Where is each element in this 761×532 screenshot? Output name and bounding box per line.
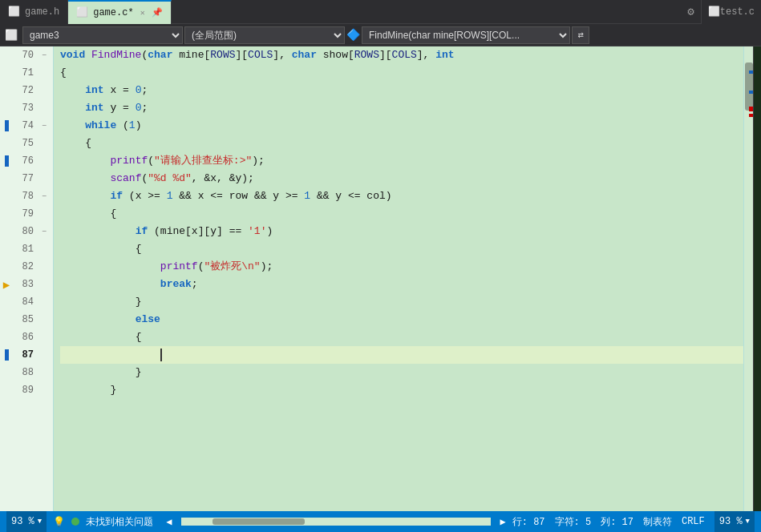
indent-85: [60, 311, 136, 328]
param-cols2: COLS: [392, 46, 417, 64]
indent-83: [60, 276, 160, 293]
var-col: col: [366, 187, 385, 205]
zoom-right[interactable]: 93 % ▼: [714, 511, 755, 532]
tab-bar: ⬜ game.h ⬜ game.c* ✕ 📌 ⚙ ⬜ test.c: [0, 0, 761, 24]
tab-info: 制表符: [643, 515, 672, 529]
str-82: "被炸死\n": [204, 258, 260, 276]
tab-game-h[interactable]: ⬜ game.h: [0, 0, 68, 24]
collapse-75: [38, 138, 50, 149]
editor-container: 70 − 71 72 73 74 − 75: [0, 46, 761, 511]
paren-77: (: [141, 170, 148, 187]
scope-select[interactable]: (全局范围): [184, 26, 345, 44]
code-line-73: int y = 0;: [60, 99, 743, 117]
code-line-83: break;: [60, 276, 743, 293]
kw-int-72: int: [85, 82, 110, 99]
comma-77: , &x, &y);: [192, 170, 254, 187]
brace-88: }: [136, 364, 142, 381]
file-icon-testc: ⬜: [708, 6, 720, 18]
code-line-89: }: [60, 381, 743, 399]
breakpoint-area-87[interactable]: [0, 349, 13, 361]
paren-82a: (: [198, 258, 204, 276]
collapse-87: [38, 349, 50, 361]
gutter-row-78: 78 −: [0, 187, 53, 205]
project-select[interactable]: game3: [22, 26, 183, 44]
paren-74b: ): [136, 117, 142, 135]
plain-70e: show[: [323, 46, 354, 64]
settings-button[interactable]: ⚙: [681, 5, 700, 18]
paren-78e: ): [386, 187, 392, 205]
fn-findmine: FindMine: [91, 46, 141, 64]
encoding-info: CRLF: [682, 516, 705, 527]
toolbar: ⬜ game3 (全局范围) 🔷 FindMine(char mine[ROWS…: [0, 24, 761, 46]
kw-if-78: if: [110, 187, 128, 205]
collapse-74[interactable]: −: [38, 120, 50, 131]
scroll-right-btn[interactable]: ▶: [500, 516, 506, 528]
line-num-78: 78: [13, 191, 38, 202]
line-num-86: 86: [13, 332, 38, 343]
gutter-row-76: 76: [0, 152, 53, 170]
paren-76: (: [148, 152, 154, 170]
collapse-83: [38, 279, 50, 290]
indent-80: [60, 223, 136, 240]
gutter-row-85: 85: [0, 311, 53, 328]
kw-int-73: int: [85, 99, 110, 117]
code-line-75: {: [60, 135, 743, 152]
gutter-row-75: 75: [0, 135, 53, 152]
gutter-row-82: 82: [0, 258, 53, 276]
code-line-84: }: [60, 293, 743, 311]
indent-72: [60, 82, 85, 99]
tab-label-gameh: game.h: [25, 6, 59, 18]
breakpoint-area-74[interactable]: [0, 120, 13, 131]
scrollbar-mark-3: [749, 107, 753, 111]
function-select[interactable]: FindMine(char mine[ROWS][COL...: [362, 26, 570, 44]
project-icon: ⬜: [2, 29, 21, 42]
scrollbar-mark-2: [749, 91, 753, 94]
horizontal-scrollbar-track[interactable]: [181, 518, 490, 526]
file-icon-gameh: ⬜: [8, 6, 20, 18]
gutter-row-72: 72: [0, 82, 53, 99]
indent-81: [60, 240, 136, 258]
breakpoint-area-76[interactable]: [0, 155, 13, 167]
zoom-dropdown-icon[interactable]: ▼: [38, 518, 42, 526]
brace-84: }: [136, 293, 142, 311]
param-cols1: COLS: [248, 46, 273, 64]
collapse-76: [38, 155, 50, 167]
collapse-85: [38, 314, 50, 325]
code-line-72: int x = 0;: [60, 82, 743, 99]
status-message: 未找到相关问题: [86, 515, 153, 529]
status-ok-icon: [71, 518, 79, 526]
gutter-row-80: 80 −: [0, 223, 53, 240]
code-line-81: {: [60, 240, 743, 258]
row-info: 行: 87: [512, 515, 545, 529]
kw-char1: char: [148, 46, 179, 64]
collapse-84: [38, 296, 50, 308]
zoom-right-dropdown[interactable]: ▼: [746, 518, 750, 526]
plain-70c: ][: [236, 46, 249, 64]
tab-test-c[interactable]: ⬜ test.c: [701, 0, 761, 24]
kw-if-80: if: [136, 223, 154, 240]
kw-break: break: [160, 276, 192, 293]
gutter-row-77: 77: [0, 170, 53, 187]
tab-game-c[interactable]: ⬜ game.c* ✕ 📌: [68, 0, 171, 24]
zoom-level[interactable]: 93 % ▼: [6, 511, 47, 532]
toolbar-sync-btn[interactable]: ⇄: [572, 26, 589, 44]
code-area[interactable]: void FindMine(char mine[ROWS][COLS], cha…: [54, 46, 743, 511]
code-line-70: void FindMine(char mine[ROWS][COLS], cha…: [60, 46, 743, 64]
scrollbar-thumb[interactable]: [745, 62, 753, 111]
line-num-73: 73: [13, 103, 38, 114]
collapse-70[interactable]: −: [38, 50, 50, 61]
horizontal-scrollbar-thumb[interactable]: [213, 518, 306, 525]
var-y: y =: [110, 99, 135, 117]
minimap[interactable]: [753, 46, 761, 511]
bookmark-87: [5, 349, 9, 361]
scroll-left-btn[interactable]: ◀: [166, 516, 172, 528]
indent-84: [60, 293, 136, 311]
collapse-80[interactable]: −: [38, 226, 50, 237]
indent-73: [60, 99, 85, 117]
vertical-scrollbar[interactable]: [743, 46, 753, 511]
tab-close-gamec[interactable]: ✕: [139, 8, 147, 18]
collapse-72: [38, 85, 50, 96]
collapse-78[interactable]: −: [38, 191, 50, 202]
pin-icon[interactable]: 📌: [152, 7, 163, 18]
line-num-89: 89: [13, 385, 38, 396]
